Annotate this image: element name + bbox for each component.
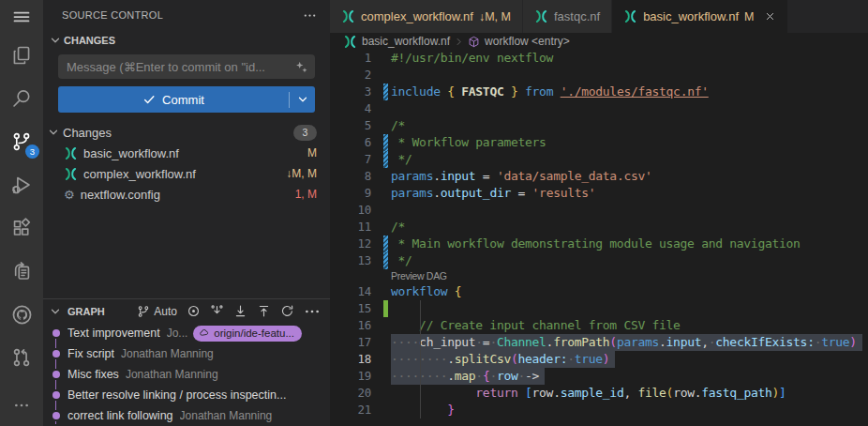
commit-row[interactable]: Fix scriptJonathan Manning [43,343,330,364]
line-number: 4 [330,100,371,117]
commit-dropdown-button[interactable] [290,93,315,106]
menu-button[interactable] [0,0,43,34]
commit-row[interactable]: Better resolve linking / process inspect… [43,385,330,405]
refresh-icon[interactable] [280,304,294,318]
target-icon[interactable] [187,304,201,318]
branch-ref-badge[interactable]: origin/ide-featu... [193,326,302,342]
changed-file-row[interactable]: basic_workflow.nfM [43,143,330,163]
code-token: ch_input [419,335,475,349]
code-token: , [701,335,709,349]
source-control-badge: 3 [25,145,39,159]
more-actions-icon[interactable] [304,303,321,320]
tab-decoration: ↓M, M [479,10,511,23]
editor-group: complex_workflow.nf↓M, Mfastqc.nfbasic_w… [330,0,868,426]
code-line[interactable]: 15 [330,300,868,317]
chevron-down-icon[interactable] [49,305,62,318]
line-gutter: 3 [330,84,391,100]
commit-row[interactable]: Text improvementJo...origin/ide-featu... [43,323,330,343]
changes-tree-header[interactable]: Changes 3 [43,122,330,143]
code-token: , [623,385,637,402]
code-line[interactable]: 3include { FASTQC } from './modules/fast… [330,84,868,100]
code-token: /* [391,219,405,236]
code-token: . [546,335,554,349]
commit-graph-rail [43,405,67,426]
code-line[interactable]: 13 */ [330,252,868,269]
code-token [518,84,526,100]
commit-row[interactable]: correct link followingJonathan Manning [43,405,330,426]
explorer-button[interactable] [0,34,43,77]
code-line[interactable]: 7 */ [330,151,868,168]
run-debug-button[interactable] [0,163,43,206]
modified-gutter-marker [383,236,388,252]
close-icon[interactable] [764,10,776,23]
code-token: sample_id [561,385,624,402]
extensions-button[interactable] [0,206,43,250]
code-token [391,402,447,418]
breadcrumb-item[interactable]: workflow <entry> [468,35,570,48]
changes-section-header[interactable]: CHANGES [43,30,330,51]
code-line[interactable]: 17····ch_input·=·Channel.fromPath(params… [330,334,868,351]
code-line[interactable]: 12 * Main workflow demonstrating module … [330,236,868,252]
sparkle-icon[interactable] [294,60,315,74]
code-line[interactable]: 11/* [330,219,868,236]
code-line[interactable]: 19········.map·{·row·-> [330,368,868,385]
code-token: FASTQC [461,84,503,100]
code-line[interactable]: 1#!/usr/bin/env nextflow [330,50,868,67]
code-token: input [666,335,702,349]
graph-title: GRAPH [67,306,105,317]
codelens-link[interactable]: Preview DAG [391,269,447,283]
tab-fastqc-nf[interactable]: fastqc.nf [523,0,612,33]
commit-message-input[interactable] [58,60,294,74]
sidebar-title: SOURCE CONTROL [62,9,303,21]
more-button[interactable] [0,385,43,426]
code-line[interactable]: 16 // Create input channel from CSV file [330,317,868,334]
explorer-icon [11,45,32,66]
code-line[interactable]: 14workflow { [330,283,868,300]
line-number: 6 [330,134,371,151]
tab-label: complex_workflow.nf [361,9,473,23]
file-name: complex_workflow.nf [83,167,196,181]
code-line[interactable]: 18········.splitCsv(header:·true) [330,351,868,368]
line-number: 21 [330,402,371,418]
code-line[interactable]: 6 * Workflow parameters [330,134,868,151]
line-gutter: 20 [330,385,391,402]
changes-section-label: CHANGES [64,35,115,46]
code-line[interactable]: 21 } [330,402,868,418]
code-line[interactable]: 8params.input = 'data/sample_data.csv' [330,168,868,185]
code-line[interactable]: 5/* [330,117,868,134]
code-token: params [617,335,659,349]
code-line[interactable]: 4 [330,100,868,117]
auto-branch-picker[interactable]: Auto [137,305,177,318]
tab-basic_workflow-nf[interactable]: basic_workflow.nfM [612,0,788,33]
source-control-button[interactable]: 3 [0,120,43,163]
search-button[interactable] [0,77,43,120]
fetch-icon[interactable] [210,304,224,318]
code-line[interactable]: 2 [330,67,868,84]
code-token [503,84,511,100]
line-gutter: 5 [330,117,391,134]
commit-row[interactable]: Misc fixesJonathan Manning [43,364,330,385]
code-line[interactable]: 10 [330,202,868,219]
more-actions-icon[interactable] [303,8,317,23]
chevron-down-icon [47,126,60,139]
pull-request-button[interactable] [0,336,43,379]
document-sync-button[interactable] [0,250,43,293]
code-token: './modules/fastqc.nf' [561,84,709,100]
pull-icon[interactable] [233,304,247,318]
code-token [518,385,526,402]
code-line[interactable]: 9params.output_dir = 'results' [330,185,868,202]
breadcrumb-item[interactable]: basic_workflow.nf [343,35,450,49]
code-line[interactable]: 20 return [row.sample_id, file(row.fastq… [330,385,868,402]
document-sync-icon [11,261,32,281]
tab-complex_workflow-nf[interactable]: complex_workflow.nf↓M, M [330,0,523,33]
code-token: . [447,352,455,366]
commit-button[interactable]: Commit [58,86,315,113]
changed-file-row[interactable]: ⚙nextflow.config1, M [43,184,330,205]
code-token: #!/usr/bin/env nextflow [391,50,553,67]
commit-author: Jo... [167,327,188,340]
changed-file-row[interactable]: complex_workflow.nf↓M, M [43,163,330,184]
github-button[interactable] [0,293,43,336]
code-token: · [567,352,575,366]
line-number: 2 [330,67,371,84]
push-icon[interactable] [257,304,271,318]
